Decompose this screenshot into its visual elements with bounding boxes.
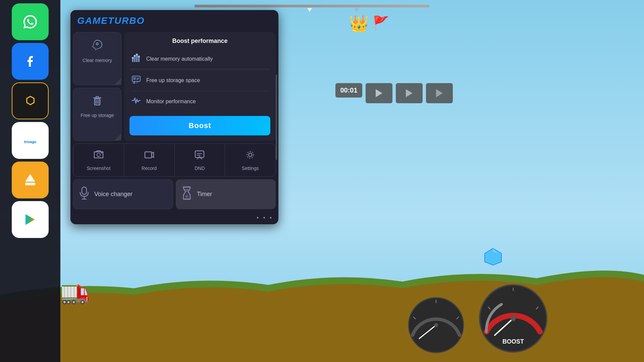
sidebar-app-binance[interactable]: ⬡ bbox=[12, 82, 49, 119]
speedometer bbox=[406, 295, 466, 355]
svg-rect-35 bbox=[138, 57, 140, 62]
vehicle: 🚛 bbox=[60, 278, 90, 305]
screenshot-button[interactable]: Screenshot bbox=[73, 144, 124, 176]
settings-icon bbox=[245, 149, 256, 163]
progress-arrow-left bbox=[307, 8, 312, 12]
svg-text:⬡: ⬡ bbox=[25, 95, 35, 107]
svg-text:BOOST: BOOST bbox=[502, 338, 524, 345]
svg-point-56 bbox=[185, 195, 188, 198]
extra-tools-row: Voice changer Timer bbox=[73, 179, 276, 209]
svg-rect-53 bbox=[82, 187, 87, 194]
gameturbo-header: GAMETURBO bbox=[70, 10, 278, 29]
svg-rect-33 bbox=[134, 57, 136, 62]
corner-decoration bbox=[114, 78, 121, 85]
settings-button[interactable]: Settings bbox=[225, 144, 275, 176]
boost-item-monitor[interactable]: Monitor performance bbox=[129, 92, 270, 111]
boost-section-title: Boost performance bbox=[129, 38, 270, 45]
svg-point-11 bbox=[434, 323, 438, 327]
boost-button[interactable]: Boost bbox=[129, 116, 270, 135]
boost-section: Boost performance Clear memory au bbox=[124, 32, 276, 141]
sidebar-app-whatsapp[interactable] bbox=[12, 3, 49, 40]
svg-point-39 bbox=[138, 56, 140, 58]
svg-point-45 bbox=[101, 152, 102, 154]
bottom-tools-row: Screenshot Record DND bbox=[73, 143, 276, 177]
record-button[interactable]: Record bbox=[124, 144, 175, 176]
svg-rect-46 bbox=[145, 152, 152, 158]
timer-hourglass-icon bbox=[181, 186, 192, 202]
quick-actions-column: Clear memory Free up storage bbox=[70, 29, 124, 143]
sidebar-app-trivago[interactable]: trivago bbox=[12, 122, 49, 159]
svg-rect-23 bbox=[25, 183, 35, 185]
clear-memory-label: Clear memory bbox=[83, 58, 112, 63]
svg-marker-47 bbox=[152, 152, 154, 158]
monitor-performance-label: Monitor performance bbox=[146, 99, 196, 105]
game-timer: 00:01 bbox=[335, 83, 362, 98]
trash-icon bbox=[91, 94, 104, 110]
dnd-label: DND bbox=[195, 166, 205, 171]
progress-bar-fill bbox=[195, 5, 429, 7]
progress-marker-1 bbox=[354, 8, 359, 12]
svg-point-51 bbox=[249, 153, 252, 157]
boost-item-free-storage[interactable]: Free up storage space bbox=[129, 71, 270, 90]
sidebar-app-orange[interactable] bbox=[12, 162, 49, 198]
screenshot-label: Screenshot bbox=[87, 166, 110, 171]
screenshot-icon bbox=[93, 149, 104, 163]
app-sidebar: ⬡ trivago bbox=[0, 0, 60, 362]
voice-changer-label: Voice changer bbox=[94, 191, 132, 198]
svg-point-38 bbox=[136, 54, 138, 56]
gameturbo-title: GAMETURBO bbox=[77, 15, 272, 26]
svg-rect-28 bbox=[96, 97, 99, 98]
free-up-storage-label: Free up storage bbox=[81, 113, 114, 118]
gameturbo-panel: GAMETURBO Clear memory Free up storage bbox=[70, 10, 278, 224]
activity-icon bbox=[131, 96, 142, 107]
svg-point-37 bbox=[134, 55, 136, 57]
flag-icon: 🚩 bbox=[372, 15, 389, 31]
free-storage-label: Free up storage space bbox=[146, 77, 200, 83]
svg-point-52 bbox=[247, 152, 254, 158]
record-icon bbox=[144, 149, 155, 163]
sidebar-app-facebook[interactable] bbox=[12, 43, 49, 80]
dnd-button[interactable]: DND bbox=[175, 144, 225, 176]
corner-decoration-2 bbox=[114, 134, 121, 140]
svg-point-36 bbox=[132, 57, 134, 59]
boost-gauge: BOOST bbox=[476, 282, 550, 355]
clear-memory-button[interactable]: Clear memory bbox=[73, 32, 121, 85]
cloud-download-icon bbox=[131, 75, 142, 86]
progress-bar-container bbox=[195, 5, 429, 7]
equalizer-icon bbox=[131, 53, 142, 65]
svg-rect-34 bbox=[136, 55, 138, 62]
svg-rect-41 bbox=[133, 77, 136, 80]
scroll-indicator bbox=[276, 74, 277, 160]
rocket-icon bbox=[91, 39, 104, 55]
dnd-icon bbox=[194, 149, 205, 163]
microphone-icon bbox=[79, 186, 90, 202]
game-control-3[interactable] bbox=[426, 83, 453, 103]
clear-memory-auto-label: Clear memory automatically bbox=[146, 56, 213, 62]
timer-label: Timer bbox=[197, 191, 212, 198]
diamond-gem bbox=[483, 247, 503, 268]
game-control-2[interactable] bbox=[396, 83, 423, 103]
crown-icon: 👑 bbox=[349, 14, 369, 33]
voice-changer-button[interactable]: Voice changer bbox=[73, 179, 173, 209]
boost-item-clear-memory[interactable]: Clear memory automatically bbox=[129, 49, 270, 69]
panel-body: Clear memory Free up storage Boost perfo… bbox=[70, 29, 278, 143]
sidebar-app-playstore[interactable] bbox=[12, 201, 49, 238]
free-up-storage-button[interactable]: Free up storage bbox=[73, 88, 121, 141]
settings-label: Settings bbox=[242, 166, 259, 171]
svg-text:trivago: trivago bbox=[24, 140, 37, 144]
record-label: Record bbox=[142, 166, 157, 171]
timer-button[interactable]: Timer bbox=[176, 179, 276, 209]
game-control-1[interactable] bbox=[366, 83, 392, 103]
svg-point-44 bbox=[97, 153, 100, 157]
svg-point-4 bbox=[511, 316, 516, 321]
more-dots[interactable]: • • • bbox=[70, 213, 278, 224]
